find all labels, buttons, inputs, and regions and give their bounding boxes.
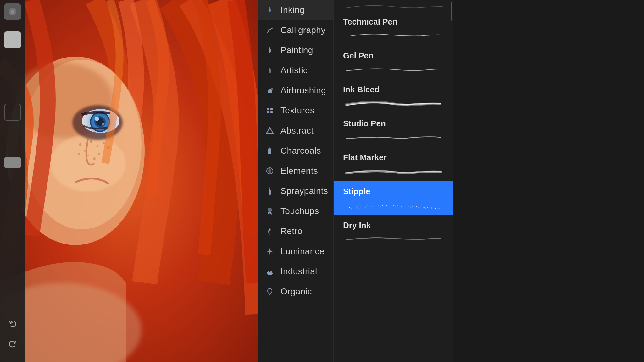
- flat-marker-stroke: [343, 165, 443, 178]
- category-organic[interactable]: Organic: [258, 282, 333, 302]
- svg-point-60: [408, 206, 409, 206]
- spraypaints-label: Spraypaints: [280, 186, 328, 196]
- textures-label: Textures: [280, 106, 314, 116]
- svg-point-58: [401, 206, 402, 207]
- brush-item-flat-marker[interactable]: Flat Marker: [334, 147, 453, 181]
- svg-point-22: [93, 157, 96, 160]
- svg-point-51: [375, 205, 375, 206]
- retro-icon: [264, 226, 275, 237]
- category-calligraphy[interactable]: Calligraphy: [258, 20, 333, 40]
- svg-point-52: [378, 205, 380, 206]
- redo-button[interactable]: [4, 336, 21, 353]
- category-airbrushing[interactable]: Airbrushing: [258, 80, 333, 101]
- category-industrial[interactable]: Industrial: [258, 261, 333, 282]
- svg-rect-35: [270, 111, 273, 113]
- svg-point-56: [393, 205, 394, 206]
- category-textures[interactable]: Textures: [258, 101, 333, 121]
- svg-point-80: [433, 209, 434, 209]
- calligraphy-label: Calligraphy: [280, 25, 325, 35]
- artistic-label: Artistic: [280, 65, 308, 75]
- category-retro[interactable]: Retro: [258, 221, 333, 241]
- svg-point-69: [351, 208, 352, 209]
- organic-label: Organic: [280, 287, 312, 297]
- studio-pen-stroke: [343, 131, 443, 144]
- brush-item-stipple[interactable]: Stipple: [334, 181, 453, 215]
- artistic-icon: [264, 65, 275, 76]
- svg-rect-34: [267, 111, 269, 113]
- toolbar-modify-btn[interactable]: [4, 3, 21, 20]
- canvas-area[interactable]: [0, 0, 258, 362]
- svg-point-55: [390, 206, 390, 206]
- toolbar-color-swatch-secondary[interactable]: [4, 157, 21, 168]
- luminance-icon: [264, 246, 275, 257]
- toolbar-color-swatch-primary[interactable]: [4, 31, 21, 48]
- category-touchups[interactable]: Touchups: [258, 201, 333, 221]
- svg-point-16: [97, 145, 98, 147]
- abstract-icon: [264, 125, 275, 136]
- undo-button[interactable]: [4, 315, 21, 332]
- svg-point-15: [90, 140, 92, 143]
- gel-pen-label: Gel Pen: [343, 51, 443, 61]
- gel-pen-stroke: [343, 63, 443, 76]
- svg-point-21: [87, 155, 89, 156]
- dry-ink-label: Dry Ink: [343, 221, 443, 230]
- technical-pen-label: Technical Pen: [343, 17, 443, 27]
- scroll-indicator: [451, 2, 452, 21]
- elements-icon: [264, 165, 275, 177]
- dry-ink-stroke: [343, 233, 443, 245]
- svg-rect-43: [268, 274, 272, 275]
- category-spraypaints[interactable]: Spraypaints: [258, 181, 333, 201]
- brush-item-ink-bleed[interactable]: Ink Bleed: [334, 79, 453, 113]
- airbrushing-label: Airbrushing: [280, 85, 326, 96]
- category-painting[interactable]: Painting: [258, 40, 333, 60]
- svg-point-76: [403, 207, 404, 207]
- left-toolbar: [0, 0, 25, 362]
- svg-point-72: [373, 207, 373, 207]
- svg-point-74: [388, 206, 388, 207]
- brush-item-gel-pen[interactable]: Gel Pen: [334, 45, 453, 79]
- category-abstract[interactable]: Abstract: [258, 121, 333, 141]
- toolbar-square-btn[interactable]: [4, 104, 21, 121]
- svg-point-65: [427, 207, 428, 208]
- airbrushing-icon: [264, 85, 275, 96]
- brush-item-studio-pen[interactable]: Studio Pen: [334, 113, 453, 147]
- svg-point-45: [353, 206, 353, 207]
- industrial-label: Industrial: [280, 266, 317, 277]
- category-luminance[interactable]: Luminance: [258, 241, 333, 261]
- svg-point-71: [365, 207, 366, 208]
- svg-point-44: [349, 207, 350, 208]
- painting-label: Painting: [280, 45, 313, 55]
- svg-rect-40: [269, 189, 270, 190]
- svg-point-48: [364, 206, 364, 207]
- category-charcoals[interactable]: Charcoals: [258, 141, 333, 161]
- category-inking[interactable]: Inking: [258, 0, 333, 20]
- category-artistic[interactable]: Artistic: [258, 60, 333, 80]
- svg-rect-37: [268, 149, 271, 154]
- svg-point-17: [79, 143, 81, 146]
- svg-point-79: [425, 208, 426, 209]
- svg-point-67: [435, 208, 436, 209]
- technical-pen-stroke: [343, 29, 443, 42]
- brush-list-panel: Technical Pen Gel Pen Ink Bleed: [333, 0, 453, 362]
- svg-rect-33: [270, 108, 273, 110]
- organic-icon: [264, 286, 275, 297]
- svg-point-54: [386, 205, 387, 206]
- luminance-label: Luminance: [280, 246, 325, 256]
- category-elements[interactable]: Elements: [258, 161, 333, 181]
- abstract-label: Abstract: [280, 126, 314, 136]
- retro-label: Retro: [280, 226, 303, 236]
- svg-point-24: [98, 153, 100, 155]
- svg-point-78: [418, 207, 419, 208]
- brush-item-dry-ink[interactable]: Dry Ink: [334, 215, 453, 249]
- brush-categories-panel: Inking Calligraphy Painting: [258, 0, 333, 362]
- brush-item-technical-pen[interactable]: Technical Pen: [334, 11, 453, 45]
- svg-point-68: [439, 208, 440, 209]
- svg-point-47: [360, 206, 361, 207]
- stipple-stroke: [343, 199, 443, 211]
- svg-point-73: [380, 206, 381, 207]
- industrial-icon: [264, 266, 275, 277]
- svg-point-70: [358, 208, 359, 209]
- svg-point-64: [423, 207, 425, 208]
- svg-point-63: [420, 207, 421, 208]
- svg-point-61: [412, 206, 413, 207]
